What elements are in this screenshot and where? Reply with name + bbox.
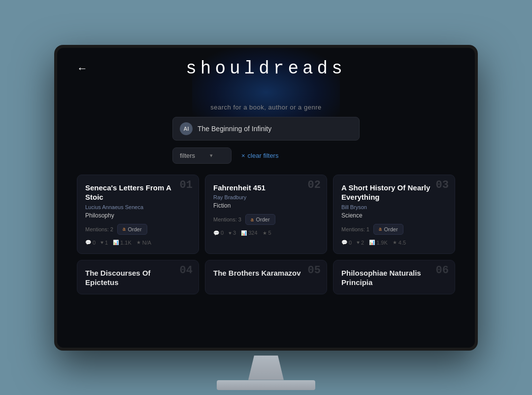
monitor-base [217, 380, 315, 390]
card-number-1: 01 [180, 179, 193, 191]
card-number-6: 06 [436, 264, 449, 277]
book-author-1: Lucius Annaeus Seneca [85, 204, 191, 210]
book-author-2: Ray Bradbury [213, 194, 319, 200]
heart-icon-3: ♥ [357, 240, 360, 245]
search-input[interactable]: The Beginning of Infinity [198, 125, 352, 133]
stat-rating-2: ★ 5 [263, 230, 271, 236]
book-card-6: 06 Philosophiae Naturalis Principia [333, 260, 455, 294]
reads-icon-2: 📊 [241, 230, 247, 236]
stat-rating-1: ★ N/A [136, 240, 151, 246]
amazon-icon-2: a [251, 217, 254, 222]
card-number-2: 02 [308, 179, 321, 191]
clear-x-icon: × [241, 152, 245, 159]
stat-likes-1: ♥ 1 [100, 240, 108, 246]
header: ← shouldreads [77, 48, 455, 84]
book-stats-2: 💬 0 ♥ 3 📊 324 [213, 230, 319, 236]
heart-icon-1: ♥ [100, 240, 103, 245]
book-title-1: Seneca's Letters From A Stoic [85, 183, 191, 202]
stat-reads-3: 📊 1.9K [369, 240, 388, 246]
filters-row: filters ▾ × clear filters [172, 147, 360, 164]
search-avatar: AI [180, 122, 193, 135]
book-title-5: The Brothers Karamazov [213, 268, 319, 278]
order-label-2: Order [256, 216, 269, 222]
amazon-icon-3: a [379, 226, 382, 232]
book-mentions-3: Mentions: 1 a Order [341, 224, 447, 235]
mentions-text-2: Mentions: 3 [213, 216, 241, 222]
monitor-screen: ← shouldreads search for a book, author … [57, 48, 475, 348]
stat-comments-3: 💬 0 [341, 240, 352, 246]
book-title-2: Fahrenheit 451 [213, 183, 319, 193]
search-section: search for a book, author or a genre AI … [77, 104, 455, 164]
book-stats-3: 💬 0 ♥ 2 📊 1.9K [341, 240, 447, 246]
monitor-stand [217, 356, 315, 390]
search-bar[interactable]: AI The Beginning of Infinity [172, 117, 360, 141]
book-title-6: Philosophiae Naturalis Principia [341, 268, 447, 287]
star-icon-1: ★ [136, 240, 141, 245]
card-number-3: 03 [436, 179, 449, 191]
comment-icon-3: 💬 [341, 240, 347, 245]
book-mentions-1: Mentions: 2 a Order [85, 224, 191, 235]
chevron-down-icon: ▾ [210, 152, 213, 159]
book-genre-2: Fiction [213, 202, 319, 209]
book-card-3: 03 A Short History Of Nearly Everything … [333, 175, 455, 254]
stat-reads-1: 📊 1.1K [113, 240, 132, 246]
mentions-text-3: Mentions: 1 [341, 226, 369, 232]
order-label-1: Order [128, 226, 141, 232]
search-label: search for a book, author or a genre [210, 104, 321, 111]
clear-filters-button[interactable]: × clear filters [241, 152, 278, 159]
order-button-2[interactable]: a Order [245, 214, 275, 225]
stat-comments-1: 💬 0 [85, 240, 96, 246]
star-icon-3: ★ [393, 240, 397, 245]
book-author-3: Bill Bryson [341, 204, 447, 210]
card-number-5: 05 [308, 264, 321, 277]
filters-dropdown[interactable]: filters ▾ [172, 147, 232, 164]
book-stats-1: 💬 0 ♥ 1 📊 1.1K [85, 240, 191, 246]
book-title-4: The Discourses Of Epictetus [85, 268, 191, 287]
mentions-text-1: Mentions: 2 [85, 226, 113, 232]
reads-icon-3: 📊 [369, 240, 375, 245]
stat-likes-3: ♥ 2 [357, 240, 364, 246]
filters-label: filters [180, 152, 195, 159]
book-card-2: 02 Fahrenheit 451 Ray Bradbury Fiction M… [205, 175, 327, 254]
book-card-1: 01 Seneca's Letters From A Stoic Lucius … [77, 175, 199, 254]
comment-icon-1: 💬 [85, 240, 91, 245]
heart-icon-2: ♥ [229, 230, 232, 236]
app-title: shouldreads [186, 59, 346, 79]
star-icon-2: ★ [263, 230, 267, 236]
order-button-1[interactable]: a Order [117, 224, 147, 235]
comment-icon-2: 💬 [213, 230, 219, 236]
amazon-icon-1: a [123, 226, 126, 232]
book-card-5: 05 The Brothers Karamazov [205, 260, 327, 294]
order-label-3: Order [384, 226, 398, 232]
stat-reads-2: 📊 324 [241, 230, 257, 236]
book-genre-3: Science [341, 212, 447, 219]
stat-rating-3: ★ 4.5 [393, 240, 406, 246]
book-mentions-2: Mentions: 3 a Order [213, 214, 319, 225]
clear-filters-label: clear filters [248, 152, 279, 159]
books-grid: 01 Seneca's Letters From A Stoic Lucius … [77, 175, 455, 294]
screen-content: ← shouldreads search for a book, author … [57, 48, 475, 348]
reads-icon-1: 📊 [113, 240, 119, 245]
monitor: ← shouldreads search for a book, author … [54, 45, 478, 351]
monitor-neck [236, 356, 296, 380]
book-title-3: A Short History Of Nearly Everything [341, 183, 447, 202]
book-genre-1: Philosophy [85, 212, 191, 219]
card-number-4: 04 [180, 264, 193, 277]
back-button[interactable]: ← [77, 62, 87, 75]
book-card-4: 04 The Discourses Of Epictetus [77, 260, 199, 294]
stat-comments-2: 💬 0 [213, 230, 224, 236]
order-button-3[interactable]: a Order [373, 224, 403, 235]
stat-likes-2: ♥ 3 [229, 230, 236, 236]
